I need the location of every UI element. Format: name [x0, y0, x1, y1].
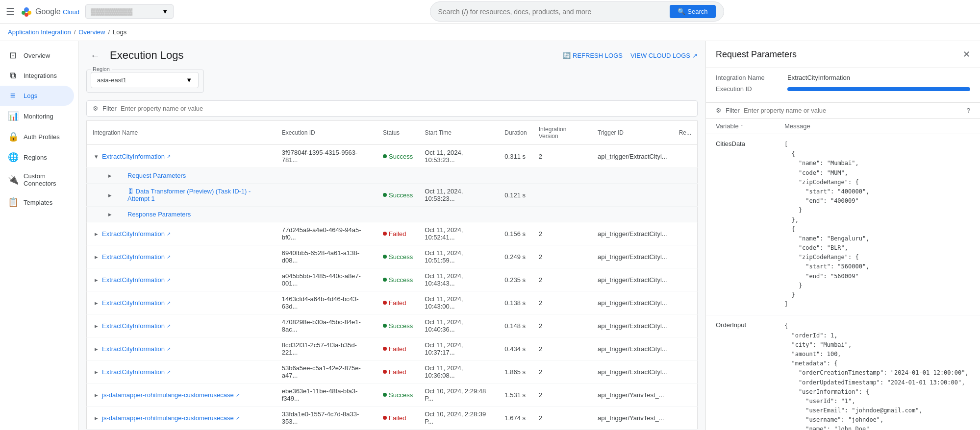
- svg-point-3: [25, 13, 28, 17]
- integration-name-link[interactable]: ExtractCityInformation↗: [102, 322, 171, 330]
- expand-sub-row-button[interactable]: ▸: [106, 211, 114, 218]
- search-button[interactable]: 🔍 Search: [670, 5, 715, 18]
- version-cell: 2: [533, 383, 592, 406]
- status-cell: Failed: [377, 222, 419, 245]
- search-input[interactable]: [438, 8, 666, 16]
- re-cell: [673, 245, 698, 268]
- view-cloud-logs-button[interactable]: VIEW CLOUD LOGS ↗: [630, 52, 698, 59]
- filter-input[interactable]: [121, 105, 691, 112]
- expand-row-button[interactable]: ▸: [93, 276, 100, 284]
- search-icon: 🔍: [678, 8, 685, 15]
- dropdown-icon: ▼: [162, 8, 168, 15]
- version-cell: 2: [533, 360, 592, 383]
- execution-id-cell: 53b6a5ee-c5a1-42e2-875e-a47...: [276, 360, 377, 383]
- col-message-header: Message: [784, 122, 970, 130]
- external-icon: ↗: [167, 300, 171, 306]
- expand-sub-row-button[interactable]: ▸: [106, 191, 114, 199]
- content-area: ← Execution Logs 🔄 REFRESH LOGS VIEW CLO…: [78, 41, 705, 430]
- sub-status: [377, 207, 419, 222]
- sidebar-item-integrations[interactable]: ⧉ Integrations: [0, 66, 74, 86]
- custom-connectors-icon: 🔌: [8, 174, 18, 185]
- right-panel-filter-input[interactable]: [744, 107, 963, 114]
- expand-row-button[interactable]: ▸: [93, 253, 100, 261]
- execution-id-cell: ebe363e1-11be-48fa-bfa3-f349...: [276, 383, 377, 406]
- right-panel-filter-label: Filter: [726, 107, 740, 114]
- filter-bar: ⚙ Filter: [86, 100, 698, 117]
- table-row: ▸ ExtractCityInformation↗ 53b6a5ee-c5a1-…: [87, 360, 698, 383]
- integration-name-link[interactable]: ExtractCityInformation↗: [102, 368, 171, 376]
- version-cell: 2: [533, 314, 592, 337]
- start-time-cell: Oct 11, 2024, 10:40:36...: [419, 314, 499, 337]
- external-icon: ↗: [167, 154, 171, 159]
- integration-name-link[interactable]: js-datamapper-rohitmulange-customeruseca…: [102, 391, 240, 399]
- external-icon: ↗: [167, 369, 171, 375]
- table-header-row: Integration Name Execution ID Status Sta…: [87, 121, 698, 145]
- status-cell: Failed: [377, 406, 419, 430]
- expand-row-button[interactable]: ▸: [93, 299, 100, 307]
- expand-row-button[interactable]: ▸: [93, 345, 100, 353]
- sidebar-item-monitoring[interactable]: 📊 Monitoring: [0, 106, 74, 126]
- integration-name-link[interactable]: ExtractCityInformation↗: [102, 299, 171, 307]
- sub-status: [377, 168, 419, 184]
- region-select[interactable]: asia-east1 ▼: [91, 72, 199, 88]
- sidebar-item-overview[interactable]: ⊡ Overview: [0, 45, 74, 66]
- table-row: ▸ ExtractCityInformation↗ 6940fbb5-6528-…: [87, 245, 698, 268]
- integration-name-link[interactable]: ExtractCityInformation↗: [102, 153, 171, 160]
- expand-row-button[interactable]: ▸: [93, 230, 100, 238]
- help-icon[interactable]: ?: [967, 107, 970, 114]
- sidebar-label-custom-connectors: Custom Connectors: [24, 172, 66, 187]
- project-selector[interactable]: ▓▓▓▓▓▓▓▓▓ ▼: [85, 4, 174, 19]
- sub-execution-id: [276, 184, 377, 207]
- col-header-trigger-id: Trigger ID: [592, 121, 673, 145]
- sidebar-item-logs[interactable]: ≡ Logs: [0, 86, 74, 106]
- integration-name-link[interactable]: ExtractCityInformation↗: [102, 230, 171, 238]
- sidebar-item-regions[interactable]: 🌐 Regions: [0, 147, 74, 167]
- sidebar-item-custom-connectors[interactable]: 🔌 Custom Connectors: [0, 167, 74, 192]
- sidebar-item-templates[interactable]: 📋 Templates: [0, 192, 74, 213]
- re-cell: [673, 314, 698, 337]
- expand-row-button[interactable]: ▸: [93, 322, 100, 330]
- integration-name-link[interactable]: ExtractCityInformation↗: [102, 253, 171, 261]
- logo: Google Cloud: [21, 6, 79, 18]
- table-row: ▾ ExtractCityInformation↗ 3f97804f-1395-…: [87, 145, 698, 168]
- version-cell: 2: [533, 145, 592, 168]
- logs-header: ← Execution Logs 🔄 REFRESH LOGS VIEW CLO…: [86, 49, 698, 62]
- duration-cell: 0.156 s: [499, 222, 532, 245]
- region-value: asia-east1: [97, 76, 182, 84]
- refresh-icon: 🔄: [563, 52, 571, 59]
- variable-name: CitiesData: [716, 140, 784, 147]
- duration-cell: 0.311 s: [499, 145, 532, 168]
- sub-row-link[interactable]: Request Parameters: [116, 172, 186, 179]
- expand-row-button[interactable]: ▸: [93, 391, 100, 399]
- sub-row-link[interactable]: 🎛 Data Transformer (Preview) (Task ID-1)…: [116, 188, 270, 202]
- menu-icon[interactable]: ☰: [6, 6, 15, 18]
- integration-name-link[interactable]: js-datamapper-rohitmulange-customeruseca…: [102, 414, 240, 422]
- back-button[interactable]: ←: [86, 50, 104, 61]
- breadcrumb-item-app-integration[interactable]: Application Integration: [8, 28, 71, 36]
- expand-row-button[interactable]: ▾: [93, 153, 100, 160]
- re-cell: [673, 222, 698, 245]
- sidebar-item-auth-profiles[interactable]: 🔒 Auth Profiles: [0, 126, 74, 147]
- trigger-id-cell: api_trigger/ExtractCityl...: [592, 268, 673, 291]
- integration-name-link[interactable]: ExtractCityInformation↗: [102, 276, 171, 284]
- sidebar-label-templates: Templates: [24, 199, 52, 206]
- sub-row-link[interactable]: Response Parameters: [116, 211, 191, 218]
- sub-duration: [499, 168, 532, 184]
- integration-name-link[interactable]: ExtractCityInformation↗: [102, 345, 171, 353]
- expand-row-button[interactable]: ▸: [93, 368, 100, 376]
- close-button[interactable]: ✕: [963, 49, 970, 60]
- expand-sub-row-button[interactable]: ▸: [106, 172, 114, 179]
- breadcrumb-item-overview[interactable]: Overview: [78, 28, 105, 36]
- status-cell: Success: [377, 245, 419, 268]
- topbar: ☰ Google Cloud ▓▓▓▓▓▓▓▓▓ ▼ 🔍 Search: [0, 0, 980, 24]
- integration-name-label: Integration Name: [716, 74, 779, 81]
- refresh-logs-button[interactable]: 🔄 REFRESH LOGS: [563, 52, 623, 59]
- sort-icon[interactable]: ↑: [741, 123, 743, 129]
- integrations-icon: ⧉: [8, 71, 18, 81]
- re-cell: [673, 337, 698, 360]
- execution-id-cell: 77d245a9-a4e0-4649-94a5-bf0...: [276, 222, 377, 245]
- expand-row-button[interactable]: ▸: [93, 414, 100, 422]
- templates-icon: 📋: [8, 197, 18, 208]
- sub-version: [533, 184, 592, 207]
- re-cell: [673, 406, 698, 430]
